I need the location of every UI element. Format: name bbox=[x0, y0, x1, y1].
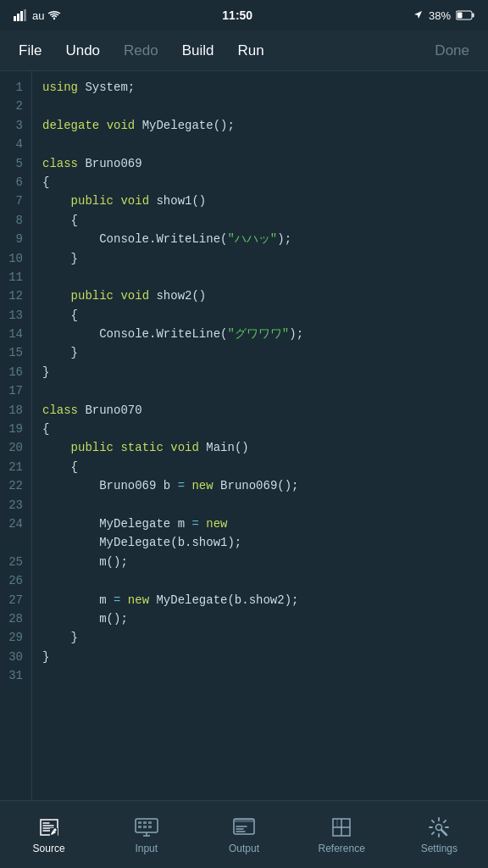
code-editor[interactable]: 1 2 3 4 5 6 7 8 9 10 11 12 13 14 15 16 1… bbox=[0, 71, 488, 800]
svg-rect-0 bbox=[14, 16, 16, 21]
code-line-31 bbox=[42, 666, 478, 685]
nav-reference-label: Reference bbox=[318, 843, 364, 854]
code-line-1: using System; bbox=[42, 78, 478, 97]
signal-icon bbox=[14, 9, 29, 21]
carrier-label: au bbox=[32, 9, 44, 22]
code-line-24a: MyDelegate m = new bbox=[42, 515, 478, 533]
run-button[interactable]: Run bbox=[226, 37, 276, 64]
svg-rect-1 bbox=[17, 14, 19, 21]
code-line-16: } bbox=[42, 363, 478, 381]
code-line-3: delegate void MyDelegate(); bbox=[42, 116, 478, 135]
location-icon bbox=[413, 10, 424, 20]
svg-rect-6 bbox=[473, 14, 474, 18]
svg-rect-13 bbox=[138, 826, 141, 828]
code-line-6: { bbox=[42, 173, 478, 192]
svg-rect-10 bbox=[138, 821, 141, 824]
reference-icon bbox=[330, 815, 353, 839]
code-line-27: m = new MyDelegate(b.show2); bbox=[42, 591, 478, 609]
svg-rect-7 bbox=[458, 13, 463, 19]
nav-input-label: Input bbox=[135, 843, 158, 854]
code-line-29: } bbox=[42, 628, 478, 647]
code-line-10: } bbox=[42, 249, 478, 268]
redo-button[interactable]: Redo bbox=[112, 37, 170, 64]
code-line-2 bbox=[42, 97, 478, 115]
svg-rect-15 bbox=[148, 826, 152, 828]
nav-input[interactable]: Input bbox=[97, 815, 195, 854]
battery-percent: 38% bbox=[429, 9, 451, 22]
status-left: au bbox=[14, 9, 61, 22]
status-bar: au 11:50 38% bbox=[0, 0, 488, 31]
code-line-20: public static void Main() bbox=[42, 438, 478, 457]
code-line-7: public void show1() bbox=[42, 192, 478, 210]
code-line-28: m(); bbox=[42, 609, 478, 628]
code-line-14: Console.WriteLine("グワワワ"); bbox=[42, 325, 478, 343]
input-icon bbox=[135, 815, 158, 839]
code-line-12: public void show2() bbox=[42, 287, 478, 305]
code-line-19: { bbox=[42, 420, 478, 438]
code-line-13: { bbox=[42, 306, 478, 325]
svg-rect-11 bbox=[143, 821, 147, 824]
svg-rect-12 bbox=[148, 821, 152, 824]
code-line-22: Bruno069 b = new Bruno069(); bbox=[42, 476, 478, 495]
output-icon bbox=[232, 815, 256, 839]
svg-rect-3 bbox=[24, 9, 26, 21]
code-line-30: } bbox=[42, 648, 478, 666]
nav-settings[interactable]: Settings bbox=[391, 815, 488, 854]
code-line-18: class Bruno070 bbox=[42, 401, 478, 420]
done-button[interactable]: Done bbox=[423, 37, 481, 64]
nav-source-label: Source bbox=[33, 843, 65, 854]
source-icon bbox=[37, 815, 61, 839]
code-line-9: Console.WriteLine("ハハッ"); bbox=[42, 230, 478, 248]
code-line-24b: MyDelegate(b.show1); bbox=[42, 533, 478, 552]
code-line-11 bbox=[42, 268, 478, 287]
code-line-23 bbox=[42, 496, 478, 515]
svg-line-24 bbox=[441, 830, 446, 835]
bottom-nav: Source Input bbox=[0, 800, 488, 868]
svg-rect-14 bbox=[143, 826, 147, 828]
code-line-17 bbox=[42, 381, 478, 400]
file-button[interactable]: File bbox=[7, 37, 53, 64]
status-right: 38% bbox=[413, 9, 474, 22]
code-line-21: { bbox=[42, 458, 478, 476]
nav-settings-label: Settings bbox=[421, 843, 458, 854]
code-text[interactable]: using System; delegate void MyDelegate()… bbox=[32, 71, 488, 800]
nav-source[interactable]: Source bbox=[0, 815, 97, 854]
settings-icon bbox=[427, 815, 451, 839]
build-button[interactable]: Build bbox=[170, 37, 226, 64]
status-time: 11:50 bbox=[222, 8, 252, 22]
toolbar: File Undo Redo Build Run Done bbox=[0, 31, 488, 71]
code-line-25: m(); bbox=[42, 553, 478, 571]
undo-button[interactable]: Undo bbox=[53, 37, 112, 64]
nav-output[interactable]: Output bbox=[195, 815, 292, 854]
code-line-26 bbox=[42, 571, 478, 590]
svg-rect-2 bbox=[20, 11, 23, 21]
code-line-5: class Bruno069 bbox=[42, 154, 478, 173]
wifi-icon bbox=[47, 10, 61, 20]
svg-point-4 bbox=[53, 18, 55, 19]
battery-icon bbox=[456, 10, 474, 20]
code-line-4 bbox=[42, 135, 478, 153]
svg-rect-19 bbox=[234, 819, 254, 822]
nav-output-label: Output bbox=[229, 843, 259, 854]
code-line-8: { bbox=[42, 211, 478, 230]
nav-reference[interactable]: Reference bbox=[293, 815, 391, 854]
line-numbers: 1 2 3 4 5 6 7 8 9 10 11 12 13 14 15 16 1… bbox=[0, 71, 32, 800]
code-line-15: } bbox=[42, 343, 478, 362]
